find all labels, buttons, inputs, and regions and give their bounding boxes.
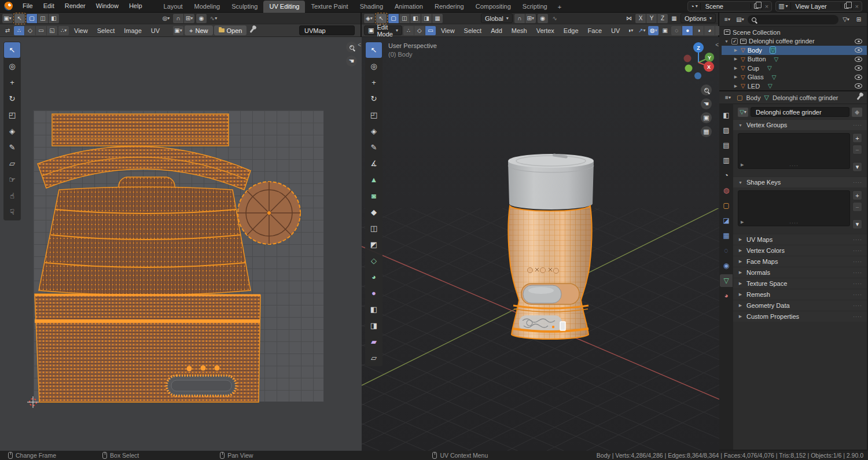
- vp-ortho-toggle[interactable]: ▦: [701, 126, 712, 137]
- vp-tool-polybuild[interactable]: ◇: [366, 253, 382, 268]
- vp-tool-knife[interactable]: ◩: [366, 237, 382, 252]
- vp-mirror-x[interactable]: X: [635, 14, 646, 23]
- view-layer-icon[interactable]: ▥▾: [776, 2, 790, 10]
- uv-pan-button[interactable]: ☚: [346, 56, 357, 67]
- vp-tool-extrude[interactable]: ▲: [366, 172, 382, 187]
- vp-editor-type-button[interactable]: ◈▾: [364, 14, 374, 23]
- tab-constraints[interactable]: ◉: [720, 259, 733, 272]
- vp-box-select-set[interactable]: ▢: [388, 14, 399, 23]
- uv-image-browse-button[interactable]: ▣▾: [173, 26, 183, 35]
- add-workspace-button[interactable]: +: [553, 2, 566, 13]
- uv-snap-with-button[interactable]: ⊞▾: [184, 14, 194, 23]
- vp-menu-select[interactable]: Select: [460, 25, 486, 36]
- panel-expand-icon[interactable]: ▶: [738, 270, 743, 275]
- tab-animation[interactable]: Animation: [389, 1, 429, 13]
- panel-expand-icon[interactable]: ▶: [738, 248, 743, 253]
- panel-collapse-icon[interactable]: ▼: [738, 181, 743, 185]
- vp-tool-cursor[interactable]: ◎: [366, 58, 382, 74]
- eye-icon[interactable]: [855, 39, 862, 44]
- tree-row-scene-collection[interactable]: Scene Collection: [722, 28, 867, 37]
- panel-geometry-data[interactable]: ▶ Geometry Data ····: [733, 300, 867, 311]
- vp-tool-scale[interactable]: ◰: [366, 107, 382, 123]
- list-filter-expand-icon[interactable]: ▶: [741, 163, 744, 167]
- list-filter-expand-icon[interactable]: ▶: [741, 220, 744, 225]
- outliner-editor-type-button[interactable]: ≡▾: [722, 15, 733, 24]
- uv-box-select-set[interactable]: ▢: [27, 14, 37, 23]
- blender-logo-icon[interactable]: [4, 2, 13, 10]
- vp-mode-edge[interactable]: ◇: [414, 26, 425, 35]
- vp-mirror-y[interactable]: Y: [646, 14, 657, 23]
- uv-island-body[interactable]: [39, 187, 251, 295]
- breadcrumb-data[interactable]: Delonghi coffee grinder: [773, 94, 838, 101]
- uv-editor-type-button[interactable]: ▣▾: [2, 14, 13, 23]
- panel-collapse-icon[interactable]: ▼: [738, 123, 743, 127]
- panel-uv-maps[interactable]: ▶ UV Maps ····: [733, 234, 867, 245]
- vp-tool-bevel[interactable]: ◆: [366, 204, 382, 220]
- drag-grip-icon[interactable]: ····: [853, 122, 862, 128]
- tab-object-data[interactable]: ▽: [720, 274, 733, 287]
- uv-mode-edge[interactable]: ◇: [25, 26, 35, 35]
- tab-modeling[interactable]: Modeling: [189, 1, 226, 13]
- uv-menu-uv[interactable]: UV: [147, 25, 164, 36]
- copy-view-layer-button[interactable]: [841, 3, 852, 9]
- tab-shading[interactable]: Shading: [354, 1, 389, 13]
- panel-shape-keys-header[interactable]: ▼ Shape Keys ····: [733, 176, 867, 187]
- uv-proportional-toggle[interactable]: ◉: [196, 14, 207, 23]
- tab-object[interactable]: ▢: [720, 199, 733, 212]
- view-layer-name-field[interactable]: View Layer: [791, 3, 841, 10]
- tab-world[interactable]: ◍: [720, 184, 733, 197]
- vp-collapse-arrow[interactable]: <: [715, 42, 719, 48]
- shape-key-specials-button[interactable]: ▾: [852, 219, 862, 229]
- tree-row-led[interactable]: ▶ ▽ LED ▽: [722, 82, 867, 91]
- scene-name-field[interactable]: Scene: [701, 3, 751, 10]
- pin-icon[interactable]: [857, 95, 862, 100]
- vp-mode-select[interactable]: ▣Edit Mode▾: [364, 25, 402, 35]
- tree-row-body[interactable]: ▶ ▽ Body ▽: [722, 46, 867, 55]
- panel-face-maps[interactable]: ▶ Face Maps ····: [733, 256, 867, 267]
- add-shape-key-button[interactable]: +: [852, 190, 862, 200]
- panel-remesh[interactable]: ▶ Remesh ····: [733, 289, 867, 300]
- vp-visibility-button[interactable]: ◑▾: [625, 26, 635, 35]
- eye-icon[interactable]: [855, 65, 862, 71]
- copy-scene-button[interactable]: [751, 3, 762, 9]
- uv-snap-toggle[interactable]: ∩: [173, 14, 183, 23]
- vp-box-select-intersect[interactable]: ▦: [432, 14, 443, 23]
- uv-tool-rip[interactable]: ▱: [4, 156, 20, 171]
- vp-box-select-invert[interactable]: ◨: [421, 14, 432, 23]
- menu-render[interactable]: Render: [60, 0, 91, 12]
- menu-file[interactable]: File: [17, 0, 38, 12]
- vertex-groups-list[interactable]: ▶ ····: [738, 133, 850, 169]
- tab-uv-editing[interactable]: UV Editing: [263, 1, 305, 13]
- uv-tool-rotate[interactable]: ↻: [4, 91, 20, 106]
- uv-falloff-button[interactable]: ∿▾: [208, 14, 219, 23]
- uv-open-image-button[interactable]: Open: [214, 25, 247, 35]
- vp-menu-mesh[interactable]: Mesh: [507, 25, 531, 36]
- grinder-pill-button[interactable]: [521, 284, 579, 304]
- drag-grip-icon[interactable]: ····: [853, 281, 862, 286]
- tree-row-collection[interactable]: ▼ ✓ Delonghi coffee grinder: [722, 37, 867, 46]
- vp-tool-select-box[interactable]: ↖: [366, 42, 382, 58]
- scene-icon[interactable]: ◔▾: [688, 3, 701, 10]
- tab-layout[interactable]: Layout: [158, 1, 189, 13]
- vp-tool-shear[interactable]: ▰: [366, 334, 382, 349]
- uv-tool-scale[interactable]: ◰: [4, 107, 20, 123]
- breadcrumb-object[interactable]: Body: [746, 94, 760, 101]
- uv-menu-view[interactable]: View: [70, 25, 92, 36]
- uv-tool-grab[interactable]: ☞: [4, 172, 20, 187]
- eye-icon[interactable]: [855, 83, 862, 89]
- vp-overlays-button[interactable]: ◍▾: [648, 26, 659, 35]
- eye-icon[interactable]: [855, 47, 862, 53]
- uv-new-image-button[interactable]: +New: [185, 25, 212, 35]
- uv-box-select-extend[interactable]: ◫: [38, 14, 48, 23]
- uv-island-base[interactable]: [35, 294, 260, 402]
- vp-snap-with-button[interactable]: ⊞▾: [525, 14, 536, 23]
- tab-rendering[interactable]: Rendering: [429, 1, 470, 13]
- vp-mode-face[interactable]: ▭: [425, 26, 436, 35]
- expand-icon[interactable]: ▶: [733, 57, 738, 61]
- vp-box-select-subtract[interactable]: ◧: [410, 14, 421, 23]
- vp-camera-button[interactable]: ▣: [701, 112, 712, 123]
- new-collection-button[interactable]: ⊞: [854, 15, 864, 24]
- vp-tool-rotate[interactable]: ↻: [366, 91, 382, 106]
- uv-islands[interactable]: [0, 37, 362, 451]
- vp-orientation-select[interactable]: Global▾: [481, 13, 513, 23]
